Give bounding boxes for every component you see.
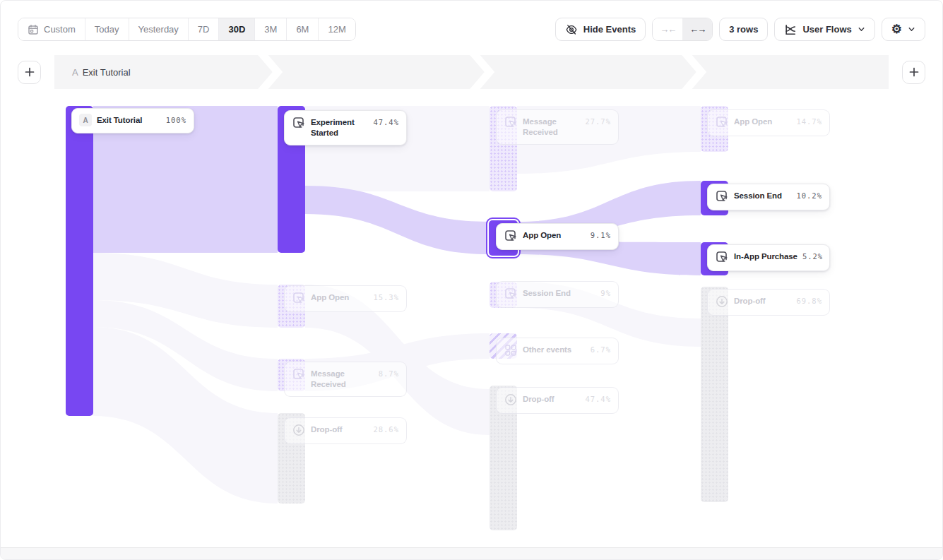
- chevron-down-icon: [908, 25, 915, 33]
- node-card-drop-off-2[interactable]: Drop-off 28.6%: [284, 417, 407, 444]
- bottom-strip: [1, 547, 942, 559]
- node-percent: 47.4%: [373, 117, 399, 128]
- date-range-label: 7D: [198, 24, 210, 35]
- node-card-exit-tutorial[interactable]: A Exit Tutorial 100%: [71, 108, 194, 133]
- node-card-app-open-2[interactable]: App Open 15.3%: [284, 285, 407, 312]
- drop-off-icon: [292, 423, 306, 437]
- node-label: Other events: [523, 345, 586, 355]
- date-range-12m[interactable]: 12M: [318, 18, 355, 40]
- node-label: App Open: [523, 230, 586, 241]
- collapse-columns-button[interactable]: →←: [653, 18, 682, 40]
- date-range-label: 30D: [228, 24, 245, 35]
- node-card-message-received-3[interactable]: Message Received 27.7%: [496, 109, 619, 145]
- date-range-label: Today: [95, 24, 119, 35]
- date-range-label: 3M: [264, 24, 277, 35]
- step-chevrons: [54, 55, 889, 89]
- event-icon: [715, 250, 729, 264]
- hide-events-button[interactable]: Hide Events: [555, 18, 646, 41]
- gear-icon: ⚙: [891, 23, 902, 35]
- expand-columns-button[interactable]: ←→: [682, 18, 712, 40]
- event-icon: [504, 115, 518, 129]
- link-exit-to-appopen2[interactable]: [93, 253, 278, 328]
- event-icon: [292, 116, 306, 130]
- node-percent: 14.7%: [796, 117, 822, 127]
- step-band: A Exit Tutorial: [54, 55, 889, 89]
- node-label: Session End: [523, 288, 595, 299]
- step-title: Exit Tutorial: [83, 67, 131, 78]
- node-percent: 8.7%: [379, 369, 399, 379]
- node-card-session-end-3[interactable]: Session End 9%: [496, 281, 619, 308]
- link-experiment-to-appopen3[interactable]: [305, 186, 490, 254]
- link-exit-to-dropoff2[interactable]: [93, 327, 278, 504]
- chart-type-label: User Flows: [802, 24, 851, 35]
- node-card-session-end-4[interactable]: Session End 10.2%: [707, 184, 830, 210]
- node-label: Exit Tutorial: [97, 115, 161, 126]
- node-label: Experiment Started: [311, 117, 368, 138]
- node-bar-drop-off-4[interactable]: [701, 287, 728, 502]
- node-card-drop-off-4[interactable]: Drop-off 69.8%: [707, 289, 830, 316]
- date-range-label: 12M: [328, 24, 345, 35]
- node-card-app-open-4[interactable]: App Open 14.7%: [707, 109, 830, 136]
- add-step-left-button[interactable]: [18, 61, 41, 84]
- date-range-group: Custom Today Yesterday 7D 30D 3M 6M 12M: [18, 18, 356, 41]
- date-range-label: 6M: [296, 24, 309, 35]
- date-range-3m[interactable]: 3M: [254, 18, 286, 40]
- date-range-label: Custom: [44, 24, 76, 35]
- link-exit-to-message2[interactable]: [93, 300, 278, 391]
- chevron-down-icon: [858, 25, 865, 33]
- flow-step-header: A Exit Tutorial: [18, 55, 925, 89]
- node-percent: 15.3%: [373, 292, 399, 303]
- node-card-message-received-2[interactable]: Message Received 8.7%: [284, 362, 407, 397]
- node-percent: 9%: [600, 288, 611, 299]
- node-bar-exit-tutorial[interactable]: [66, 106, 93, 416]
- node-label: Drop-off: [311, 424, 368, 435]
- add-step-right-button[interactable]: [902, 61, 925, 84]
- date-range-custom[interactable]: Custom: [18, 18, 85, 40]
- collapse-expand-toggle: →← ←→: [652, 18, 713, 41]
- collapse-icon: →←: [660, 24, 675, 35]
- node-card-drop-off-3[interactable]: Drop-off 47.4%: [496, 387, 619, 414]
- date-range-7d[interactable]: 7D: [188, 18, 219, 40]
- event-icon: [504, 229, 518, 243]
- node-percent: 10.2%: [796, 191, 822, 201]
- eye-off-icon: [565, 23, 578, 36]
- date-range-30d[interactable]: 30D: [218, 18, 254, 40]
- step-prefix: A: [72, 67, 78, 78]
- node-label: App Open: [734, 117, 791, 127]
- event-icon: [504, 287, 518, 301]
- node-label: In-App Purchase: [734, 251, 797, 262]
- hide-events-label: Hide Events: [583, 24, 636, 35]
- drop-off-icon: [504, 393, 518, 407]
- node-percent: 47.4%: [585, 394, 611, 405]
- node-card-app-open-3[interactable]: App Open 9.1%: [496, 223, 619, 250]
- settings-dropdown[interactable]: ⚙: [882, 18, 925, 41]
- expand-icon: ←→: [689, 24, 705, 35]
- node-percent: 27.7%: [585, 117, 611, 127]
- node-percent: 69.8%: [796, 296, 822, 306]
- node-card-other-events-3[interactable]: Other events 6.7%: [496, 338, 619, 364]
- node-percent: 5.2%: [802, 251, 823, 262]
- date-range-yesterday[interactable]: Yesterday: [129, 18, 188, 40]
- event-icon: [715, 115, 729, 129]
- event-icon: [715, 189, 729, 203]
- node-percent: 9.1%: [591, 230, 611, 241]
- step-name[interactable]: A Exit Tutorial: [72, 55, 131, 89]
- date-range-label: Yesterday: [138, 24, 179, 35]
- user-flows-icon: [784, 23, 797, 36]
- drop-off-icon: [715, 294, 729, 309]
- toolbar-right: Hide Events →← ←→ 3 rows User Flows ⚙: [555, 18, 925, 41]
- event-icon: [292, 367, 306, 381]
- node-label: Message Received: [523, 117, 580, 138]
- node-percent: 28.6%: [373, 424, 399, 435]
- chart-type-dropdown[interactable]: User Flows: [774, 18, 874, 41]
- node-percent: 6.7%: [591, 345, 611, 355]
- date-range-6m[interactable]: 6M: [286, 18, 318, 40]
- node-percent: 100%: [166, 115, 186, 126]
- user-flows-app: Custom Today Yesterday 7D 30D 3M 6M 12M …: [0, 0, 943, 560]
- node-card-experiment-started[interactable]: Experiment Started 47.4%: [284, 110, 407, 145]
- rows-button[interactable]: 3 rows: [719, 18, 768, 41]
- other-events-icon: [504, 343, 518, 357]
- node-label: Drop-off: [523, 394, 580, 405]
- node-card-in-app-purchase-4[interactable]: In-App Purchase 5.2%: [707, 244, 830, 271]
- date-range-today[interactable]: Today: [85, 18, 129, 40]
